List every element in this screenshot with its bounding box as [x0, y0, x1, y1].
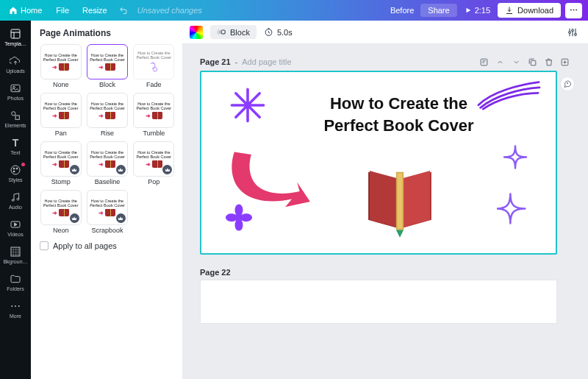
- canvas-area: Block 5.0s Page 21 - Add page title: [182, 21, 588, 379]
- rail-styles[interactable]: Styles: [0, 161, 31, 185]
- animation-label: Fade: [146, 81, 162, 88]
- flower-doodle[interactable]: [219, 202, 259, 241]
- top-menu-bar: Home File Resize Unsaved changes Before …: [0, 0, 588, 21]
- animation-option-stomp[interactable]: How to Create thePerfect Book Cover➜Stom…: [40, 141, 82, 185]
- animation-option-none[interactable]: How to Create thePerfect Book Cover➜None: [40, 44, 82, 88]
- download-label: Download: [517, 6, 553, 15]
- rail-background[interactable]: Bkgroun…: [0, 243, 31, 267]
- page-add-icon[interactable]: [559, 56, 570, 68]
- resize-menu[interactable]: Resize: [80, 4, 110, 16]
- page-notes-icon[interactable]: [478, 56, 490, 68]
- page-down-icon[interactable]: [510, 56, 522, 68]
- unsaved-status: Unsaved changes: [137, 6, 202, 15]
- animation-option-baseline[interactable]: How to Create thePerfect Book Cover➜Base…: [86, 141, 128, 185]
- rail-photos[interactable]: Photos: [0, 79, 31, 104]
- svg-rect-4: [15, 116, 19, 119]
- apply-all-label: Apply to all pages: [53, 241, 117, 250]
- animation-option-block[interactable]: How to Create thePerfect Book Cover➜Bloc…: [86, 44, 128, 88]
- page-duplicate-icon[interactable]: [526, 56, 538, 68]
- page-header: Page 21 - Add page title: [200, 56, 570, 68]
- animation-label: None: [53, 81, 69, 88]
- page-title-input[interactable]: Add page title: [242, 57, 291, 66]
- svg-point-13: [154, 68, 157, 71]
- rail-videos[interactable]: Videos: [0, 216, 31, 240]
- scribble-doodle[interactable]: [475, 79, 542, 110]
- premium-badge-icon: [70, 165, 79, 174]
- svg-point-10: [17, 198, 19, 200]
- svg-point-9: [12, 199, 14, 202]
- star-doodle[interactable]: [228, 85, 268, 125]
- premium-badge-icon: [116, 165, 126, 174]
- top-right-group: Before Share 2:15 Download ⋯: [388, 3, 582, 18]
- duration-label: 5.0s: [277, 28, 293, 37]
- arrow-doodle[interactable]: [220, 149, 316, 208]
- animation-label: Baseline: [95, 178, 121, 185]
- rail-templates[interactable]: Templa…: [0, 25, 31, 49]
- color-picker[interactable]: [190, 26, 203, 39]
- premium-badge-icon: [162, 165, 172, 174]
- undo-icon[interactable]: [118, 5, 129, 15]
- duration-control[interactable]: 5.0s: [264, 27, 293, 37]
- rail-more[interactable]: ⋯More: [0, 297, 31, 322]
- download-icon: [505, 6, 514, 15]
- animation-label: Block: [99, 81, 115, 88]
- premium-badge-icon: [116, 213, 126, 223]
- animation-option-pop[interactable]: How to Create thePerfect Book Cover➜Pop: [133, 141, 175, 185]
- toolbar-settings-icon[interactable]: [564, 24, 581, 40]
- play-icon: [465, 7, 472, 14]
- animation-option-neon[interactable]: How to Create thePerfect Book Cover➜Neon: [40, 190, 82, 234]
- home-button[interactable]: Home: [6, 4, 45, 16]
- book-graphic[interactable]: [356, 153, 444, 241]
- svg-point-16: [569, 31, 571, 33]
- svg-rect-23: [398, 173, 403, 228]
- page-delete-icon[interactable]: [542, 56, 554, 68]
- headline-text[interactable]: How to Create thePerfect Book Cover: [293, 93, 504, 136]
- animation-pill[interactable]: Block: [210, 25, 257, 39]
- download-button[interactable]: Download: [498, 3, 561, 18]
- before-button[interactable]: Before: [388, 4, 416, 16]
- animation-option-tumble[interactable]: How to Create thePerfect Book Cover➜Tumb…: [133, 93, 175, 137]
- rail-audio[interactable]: Audio: [0, 188, 31, 213]
- animation-label: Rise: [101, 130, 114, 137]
- rail-text[interactable]: TText: [0, 134, 31, 158]
- svg-point-3: [12, 112, 15, 116]
- apply-all-checkbox[interactable]: [40, 241, 49, 250]
- animation-option-fade[interactable]: How to Create thePerfect Book CoverFade: [133, 44, 175, 88]
- clock-icon: [264, 27, 273, 37]
- rail-folders[interactable]: Folders: [0, 270, 31, 294]
- animation-option-rise[interactable]: How to Create thePerfect Book Cover➜Rise: [86, 93, 128, 137]
- home-icon: [9, 6, 18, 15]
- svg-point-5: [11, 166, 20, 174]
- svg-rect-0: [11, 29, 20, 38]
- page-number-label: Page 21: [200, 57, 231, 66]
- page2-canvas[interactable]: [200, 280, 557, 324]
- page-actions: [478, 56, 570, 68]
- animation-pill-label: Block: [230, 28, 250, 37]
- more-menu-button[interactable]: ⋯: [565, 3, 582, 18]
- panel-title: Page Animations: [40, 28, 175, 38]
- top-left-group: Home File Resize Unsaved changes: [6, 4, 202, 16]
- animation-option-scrapbook[interactable]: How to Create thePerfect Book Cover➜Scra…: [86, 190, 128, 234]
- file-menu[interactable]: File: [54, 4, 71, 16]
- canvas-toolbar: Block 5.0s: [182, 21, 588, 44]
- svg-point-7: [16, 168, 18, 169]
- animations-panel: Page Animations How to Create thePerfect…: [31, 21, 182, 379]
- animation-option-pan[interactable]: How to Create thePerfect Book Cover➜Pan: [40, 93, 82, 137]
- home-label: Home: [21, 6, 42, 15]
- rail-uploads[interactable]: Uploads: [0, 52, 31, 77]
- page-up-icon[interactable]: [494, 56, 506, 68]
- sparkle-doodle[interactable]: [497, 144, 534, 225]
- animation-label: Neon: [53, 227, 69, 234]
- comment-button[interactable]: [560, 77, 575, 91]
- page-canvas[interactable]: How to Create thePerfect Book Cover: [200, 71, 557, 255]
- share-button[interactable]: Share: [420, 4, 456, 17]
- animation-label: Pop: [148, 178, 159, 185]
- play-button[interactable]: 2:15: [462, 4, 493, 16]
- svg-point-18: [575, 33, 577, 35]
- rail-elements[interactable]: Elements: [0, 107, 31, 131]
- apply-all-row[interactable]: Apply to all pages: [40, 241, 175, 250]
- canvas-scroll[interactable]: Page 21 - Add page title How to Create t…: [182, 44, 588, 379]
- animation-label: Stomp: [51, 178, 71, 185]
- play-time: 2:15: [475, 6, 490, 15]
- left-rail: Templa… Uploads Photos Elements TText St…: [0, 21, 31, 379]
